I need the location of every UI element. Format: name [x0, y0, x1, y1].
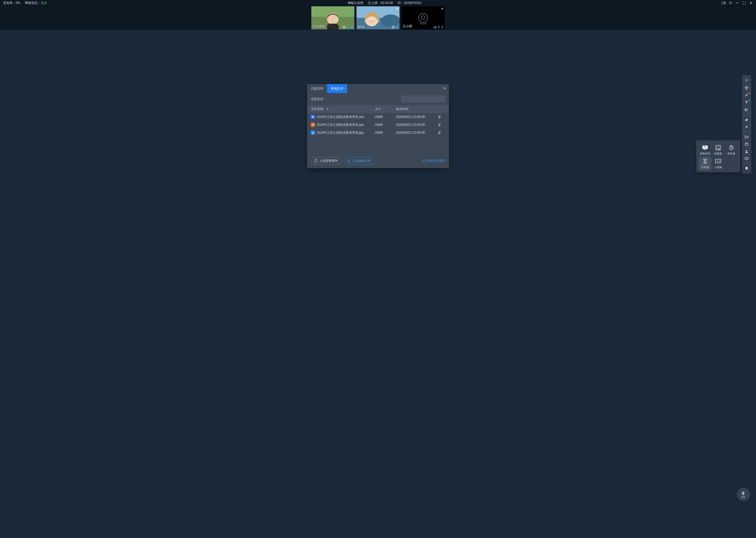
- remove-participant-icon[interactable]: ✕: [396, 7, 399, 11]
- document-icon: [314, 159, 317, 163]
- svg-point-29: [745, 110, 746, 111]
- mic-status-icon: [347, 26, 350, 28]
- svg-point-1: [730, 2, 731, 3]
- svg-rect-0: [722, 2, 725, 4]
- file-row[interactable]: ▲ 2019年工作汇报情况查询等等.jpg 200M 2020/06/23 12…: [307, 129, 449, 136]
- svg-point-32: [746, 150, 747, 152]
- svg-point-16: [393, 27, 394, 27]
- toolbox-icon[interactable]: [743, 140, 750, 148]
- upload-animated-button[interactable]: 上传动效文件: [344, 157, 374, 164]
- raise-hand-count: 0/2: [741, 496, 745, 499]
- file-type-icon: ▲: [311, 131, 315, 135]
- sort-desc-icon: ▼: [327, 108, 329, 110]
- svg-point-13: [381, 15, 400, 27]
- file-size: 200M: [375, 123, 396, 127]
- tab-local-files[interactable]: 本地文件: [327, 84, 347, 93]
- camera-off-icon: [418, 13, 428, 23]
- top-bar: 丢包率：0% 网络状态：良好 神秘大自然 已上课：02:34:09 ID：202…: [0, 0, 756, 6]
- folder-icon[interactable]: [743, 133, 750, 140]
- info-icon: [422, 159, 425, 162]
- camera-status-icon: [343, 26, 346, 28]
- laser-pointer-icon[interactable]: [743, 77, 750, 84]
- svg-text:B: B: [719, 146, 720, 148]
- file-size: 200M: [375, 115, 396, 119]
- main-stage: 云盘文件 本地文件 ✕ 全部文件 文件名称▼ 大小 修改时间: [0, 30, 756, 538]
- packet-loss: 丢包率：0%: [3, 1, 20, 5]
- mic-muted-icon: [437, 26, 440, 28]
- hand-icon: [741, 490, 746, 495]
- column-size[interactable]: 大小: [375, 107, 396, 111]
- class-title: 神秘大自然: [348, 1, 363, 5]
- class-id: ID：2020070324: [398, 1, 422, 5]
- close-icon[interactable]: [749, 1, 753, 5]
- participant-name: 叮当老师: [312, 24, 325, 28]
- file-time: 2020/06/23 12:09:09: [396, 131, 438, 134]
- pen-icon[interactable]: [743, 91, 750, 99]
- file-row[interactable]: P 2019年工作汇报情况查询等等.ppt 200M 2020/06/23 12…: [307, 121, 449, 129]
- filter-all-files[interactable]: 全部文件: [311, 97, 323, 101]
- signal-bars-icon: [351, 26, 353, 28]
- fullscreen-icon[interactable]: [742, 1, 746, 5]
- file-modal: 云盘文件 本地文件 ✕ 全部文件 文件名称▼ 大小 修改时间: [307, 84, 449, 168]
- svg-rect-7: [327, 25, 339, 29]
- tool-rush-answer[interactable]: 抢答器: [725, 143, 737, 157]
- file-type-icon: W: [311, 115, 315, 119]
- file-row[interactable]: W 2019年工作汇报情况查询等等.doc 200M 2020/06/23 12…: [307, 113, 449, 121]
- right-toolbar: [742, 75, 751, 174]
- svg-point-5: [327, 13, 339, 25]
- minimize-icon[interactable]: [735, 1, 739, 5]
- participant-tile[interactable]: ✕ 王小明: [402, 6, 445, 29]
- record-icon[interactable]: [722, 1, 726, 5]
- svg-point-30: [746, 126, 747, 128]
- tool-mini-blackboard[interactable]: 2+3 小黑板: [712, 157, 725, 170]
- search-input[interactable]: [401, 96, 445, 102]
- delete-file-icon[interactable]: [438, 115, 445, 119]
- brightness-icon[interactable]: [743, 123, 750, 131]
- file-time: 2020/06/23 12:09:09: [396, 115, 438, 119]
- bell-icon[interactable]: [743, 165, 750, 172]
- file-time: 2020/06/23 12:09:09: [396, 123, 438, 127]
- text-tool-icon[interactable]: [743, 99, 750, 106]
- network-status: 网络状态：良好: [25, 1, 47, 5]
- svg-rect-31: [745, 143, 748, 145]
- delete-file-icon[interactable]: [438, 123, 445, 126]
- play-circle-icon: [347, 159, 351, 162]
- tool-panel: 屏幕共享 AB 答题器 抢答器 计时器 2+3 小黑板: [696, 140, 740, 172]
- video-strip: 叮当老师 ✕ Nina: [0, 6, 756, 30]
- svg-text:2+3: 2+3: [717, 160, 720, 162]
- tab-cloud-files[interactable]: 云盘文件: [307, 84, 327, 93]
- settings-icon[interactable]: [729, 1, 732, 5]
- chat-icon[interactable]: [743, 155, 750, 162]
- participant-tile[interactable]: ✕ Nina: [356, 6, 400, 29]
- tool-screen-share[interactable]: 屏幕共享: [699, 143, 711, 157]
- modal-close-icon[interactable]: ✕: [443, 86, 446, 90]
- file-name: 2019年工作汇报情况查询等等.ppt: [316, 123, 363, 127]
- search-field[interactable]: [405, 97, 445, 101]
- svg-point-28: [745, 108, 746, 110]
- scissors-icon[interactable]: [743, 106, 750, 114]
- tool-timer[interactable]: 计时器: [699, 157, 711, 170]
- mic-status-icon: [396, 26, 399, 28]
- participant-name: 王小明: [403, 24, 412, 28]
- svg-point-9: [344, 27, 345, 27]
- upload-normal-button[interactable]: 上传普通课件: [311, 157, 341, 164]
- participant-tile[interactable]: 叮当老师: [311, 6, 354, 29]
- column-name[interactable]: 文件名称▼: [311, 107, 375, 111]
- svg-point-36: [747, 158, 748, 159]
- tool-answer[interactable]: AB 答题器: [712, 143, 725, 157]
- remove-participant-icon[interactable]: ✕: [441, 7, 444, 11]
- eraser-icon[interactable]: [743, 116, 750, 123]
- file-size: 200M: [375, 131, 396, 134]
- delete-file-icon[interactable]: [438, 131, 445, 134]
- people-icon[interactable]: [743, 148, 750, 155]
- svg-rect-10: [348, 26, 349, 27]
- column-time[interactable]: 修改时间: [396, 107, 438, 111]
- move-icon[interactable]: [743, 84, 750, 91]
- camera-status-icon: [392, 26, 395, 28]
- class-elapsed: 已上课：02:34:09: [368, 1, 393, 5]
- svg-rect-20: [442, 26, 443, 27]
- supported-types-link[interactable]: 文件支持类型: [422, 159, 445, 163]
- file-table: 文件名称▼ 大小 修改时间 W 2019年工作汇报情况查询等等.doc 200M…: [307, 105, 449, 153]
- raise-hand-bubble[interactable]: 0/2: [736, 488, 750, 501]
- svg-text:A: A: [717, 146, 718, 148]
